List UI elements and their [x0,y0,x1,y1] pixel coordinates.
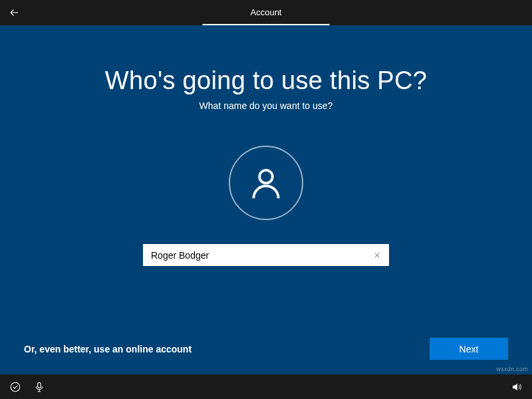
online-account-link[interactable]: Or, even better, use an online account [24,344,192,354]
name-input-wrapper [143,244,389,266]
input-method-button[interactable] [33,381,45,393]
avatar-area [0,146,532,220]
microphone-icon [33,381,45,393]
avatar [229,146,303,220]
tabs: Account [203,0,330,25]
back-button[interactable] [0,0,29,25]
user-icon [247,164,285,201]
back-arrow-icon [9,7,21,19]
tab-label: Account [251,7,282,17]
taskbar-left [0,381,45,393]
volume-button[interactable] [511,381,523,393]
page-subtitle: What name do you want to use? [0,100,532,111]
close-icon [373,251,381,259]
svg-point-1 [11,382,20,392]
page-title: Who's going to use this PC? [0,66,532,95]
input-area [0,244,532,266]
title-bar: Account [0,0,532,25]
ease-of-access-icon [9,381,21,393]
bottom-row: Or, even better, use an online account N… [24,338,508,360]
volume-icon [511,381,523,393]
taskbar-right [511,381,523,393]
watermark: wsxdn.com [496,366,528,372]
ease-of-access-button[interactable] [9,381,21,393]
main-content: Who's going to use this PC? What name do… [0,25,532,374]
name-input[interactable] [144,245,366,265]
svg-point-0 [259,170,273,184]
next-button[interactable]: Next [430,338,508,360]
svg-rect-2 [38,382,41,388]
tab-account[interactable]: Account [203,0,330,25]
taskbar [0,374,532,399]
clear-input-button[interactable] [366,245,388,265]
heading-area: Who's going to use this PC? What name do… [0,25,532,111]
